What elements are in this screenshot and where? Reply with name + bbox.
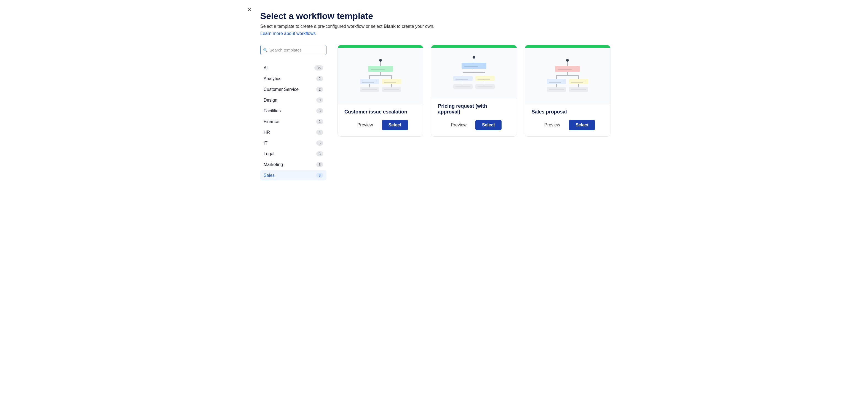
category-count: 4 [316,130,323,135]
category-list: All 36 Analytics 2 Customer Service 2 De… [260,63,327,180]
page-container: × Select a workflow template Select a te… [241,0,627,198]
svg-rect-46 [555,66,580,72]
card-title: Sales proposal [532,109,603,115]
svg-rect-62 [547,87,566,92]
card-actions: Preview Select [532,120,603,130]
svg-rect-54 [547,79,566,84]
card-top-bar [525,45,610,48]
category-count: 3 [316,162,323,167]
page-header: Select a workflow template Select a temp… [257,11,611,36]
sidebar-item-all[interactable]: All 36 [260,63,327,73]
svg-rect-40 [453,84,473,89]
category-label: Finance [264,119,279,124]
category-label: Design [264,98,277,103]
category-count: 2 [316,119,323,124]
svg-rect-57 [569,79,588,84]
workflow-diagram [540,58,595,95]
category-label: HR [264,130,270,135]
search-box: 🔍 [260,45,327,55]
category-count: 2 [316,76,323,81]
category-label: Legal [264,151,274,157]
preview-button[interactable]: Preview [353,121,377,130]
sidebar-item-legal[interactable]: Legal 3 [260,149,327,159]
template-card-sales-proposal: Sales proposal Preview Select [525,45,611,137]
workflow-diagram [446,55,501,92]
svg-rect-35 [475,76,495,81]
card-top-bar [338,45,423,48]
search-input[interactable] [260,45,327,55]
preview-button[interactable]: Preview [446,121,471,130]
sidebar-item-design[interactable]: Design 3 [260,95,327,105]
card-footer: Pricing request (with approval) Preview … [431,98,517,136]
card-footer: Customer issue escalation Preview Select [338,104,423,136]
category-count: 3 [316,108,323,113]
svg-rect-64 [569,87,588,92]
svg-point-0 [379,59,382,62]
svg-rect-24 [462,63,486,69]
sidebar: 🔍 All 36 Analytics 2 Customer Service 2 … [260,45,327,181]
svg-rect-2 [368,66,393,72]
svg-point-22 [473,56,475,59]
category-label: Sales [264,173,275,178]
category-label: Facilities [264,108,281,113]
template-card-pricing-request-with-approval: Pricing request (with approval) Preview … [431,45,517,137]
category-label: Marketing [264,162,283,167]
svg-rect-20 [382,87,401,92]
content-area: 🔍 All 36 Analytics 2 Customer Service 2 … [257,45,611,181]
category-count: 3 [316,173,323,178]
select-button[interactable]: Select [569,120,595,130]
card-preview-area [338,48,423,104]
category-count: 6 [316,140,323,146]
sidebar-item-facilities[interactable]: Facilities 3 [260,106,327,116]
card-preview-area [525,48,610,104]
page-title: Select a workflow template [260,11,611,21]
workflow-diagram [353,58,408,95]
card-footer: Sales proposal Preview Select [525,104,610,136]
sidebar-item-analytics[interactable]: Analytics 2 [260,73,327,84]
svg-rect-10 [360,79,379,84]
category-count: 3 [316,98,323,103]
sidebar-item-it[interactable]: IT 6 [260,138,327,148]
category-label: Analytics [264,76,281,81]
sidebar-item-customer-service[interactable]: Customer Service 2 [260,84,327,95]
templates-grid: Customer issue escalation Preview Select [338,45,611,181]
template-card-customer-issue-escalation: Customer issue escalation Preview Select [338,45,423,137]
svg-rect-13 [382,79,401,84]
select-button[interactable]: Select [475,120,501,130]
category-count: 3 [316,151,323,157]
select-button[interactable]: Select [382,120,408,130]
category-label: All [264,66,269,70]
svg-rect-42 [475,84,495,89]
close-button[interactable]: × [247,5,252,14]
card-title: Customer issue escalation [344,109,416,115]
category-count: 36 [314,65,323,70]
sidebar-item-finance[interactable]: Finance 2 [260,116,327,127]
card-actions: Preview Select [438,120,510,130]
sidebar-item-hr[interactable]: HR 4 [260,127,327,137]
preview-button[interactable]: Preview [540,121,564,130]
category-count: 2 [316,87,323,92]
card-top-bar [431,45,517,48]
svg-rect-32 [453,76,473,81]
svg-rect-18 [360,87,379,92]
card-title: Pricing request (with approval) [438,103,510,115]
learn-more-link[interactable]: Learn more about workflows [260,31,316,36]
card-preview-area [431,48,517,98]
svg-point-44 [566,59,569,62]
sidebar-item-sales[interactable]: Sales 3 [260,170,327,180]
sidebar-item-marketing[interactable]: Marketing 3 [260,160,327,170]
card-actions: Preview Select [344,120,416,130]
category-label: IT [264,141,268,146]
page-subtitle: Select a template to create a pre-config… [260,24,611,29]
category-label: Customer Service [264,87,299,92]
